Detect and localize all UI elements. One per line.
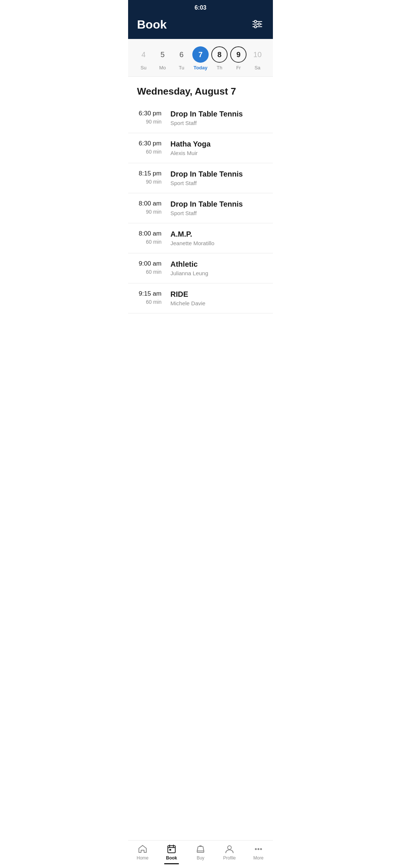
day-label-6: Tu: [179, 65, 184, 70]
day-4[interactable]: 4 Su: [135, 46, 153, 70]
day-label-5: Mo: [159, 65, 166, 70]
day-6[interactable]: 6 Tu: [173, 46, 190, 70]
day-label-10: Sa: [254, 65, 260, 70]
day-number-6: 6: [173, 46, 190, 63]
day-9[interactable]: 9 Fr: [229, 46, 247, 70]
day-5[interactable]: 5 Mo: [154, 46, 172, 70]
session-time: 8:00 am 90 min: [137, 200, 170, 215]
session-item[interactable]: 8:00 am 90 min Drop In Table Tennis Spor…: [128, 193, 273, 223]
session-item[interactable]: 9:00 am 60 min Athletic Julianna Leung: [128, 253, 273, 283]
day-number-10: 10: [249, 46, 265, 63]
day-7-today[interactable]: 7 Today: [192, 46, 209, 70]
session-item[interactable]: 9:15 am 60 min RIDE Michele Davie: [128, 283, 273, 313]
session-time: 8:00 am 60 min: [137, 230, 170, 245]
session-details: Drop In Table Tennis Sport Staff: [170, 170, 264, 186]
session-time: 6:30 pm 90 min: [137, 110, 170, 125]
day-number-7: 7: [192, 46, 209, 63]
day-8[interactable]: 8 Th: [211, 46, 228, 70]
session-time: 9:00 am 60 min: [137, 260, 170, 275]
status-time: 6:03: [195, 4, 206, 11]
day-number-8: 8: [211, 46, 228, 63]
svg-point-3: [258, 23, 260, 25]
day-label-8: Th: [217, 65, 222, 70]
day-10[interactable]: 10 Sa: [248, 46, 266, 70]
session-item[interactable]: 8:15 pm 90 min Drop In Table Tennis Spor…: [128, 163, 273, 193]
day-number-5: 5: [154, 46, 171, 63]
session-item[interactable]: 6:30 pm 90 min Drop In Table Tennis Spor…: [128, 103, 273, 133]
filter-icon: [252, 20, 263, 28]
session-details: Hatha Yoga Alexis Muir: [170, 140, 264, 156]
sessions-list: 6:30 pm 90 min Drop In Table Tennis Spor…: [128, 103, 273, 351]
header: Book: [128, 14, 273, 39]
session-details: Athletic Julianna Leung: [170, 260, 264, 276]
session-time: 8:15 pm 90 min: [137, 170, 170, 185]
day-label-4: Su: [141, 65, 147, 70]
svg-point-1: [254, 20, 257, 23]
status-bar: 6:03: [128, 0, 273, 14]
page-title: Book: [137, 18, 167, 32]
date-heading: Wednesday, August 7: [128, 77, 273, 103]
session-time: 6:30 pm 60 min: [137, 140, 170, 155]
day-number-9: 9: [230, 46, 247, 63]
day-label-7: Today: [193, 65, 207, 70]
session-time: 9:15 am 60 min: [137, 290, 170, 305]
calendar-strip: 4 Su 5 Mo 6 Tu 7 Today 8 Th 9 Fr 10 Sa: [128, 39, 273, 77]
session-item[interactable]: 6:30 pm 60 min Hatha Yoga Alexis Muir: [128, 133, 273, 163]
filter-button[interactable]: [251, 19, 264, 31]
svg-point-5: [254, 26, 257, 28]
day-label-9: Fr: [236, 65, 241, 70]
day-number-4: 4: [136, 46, 152, 63]
session-details: RIDE Michele Davie: [170, 290, 264, 306]
session-details: Drop In Table Tennis Sport Staff: [170, 110, 264, 126]
session-details: A.M.P. Jeanette Moratillo: [170, 230, 264, 246]
session-details: Drop In Table Tennis Sport Staff: [170, 200, 264, 216]
session-item[interactable]: 8:00 am 60 min A.M.P. Jeanette Moratillo: [128, 223, 273, 253]
